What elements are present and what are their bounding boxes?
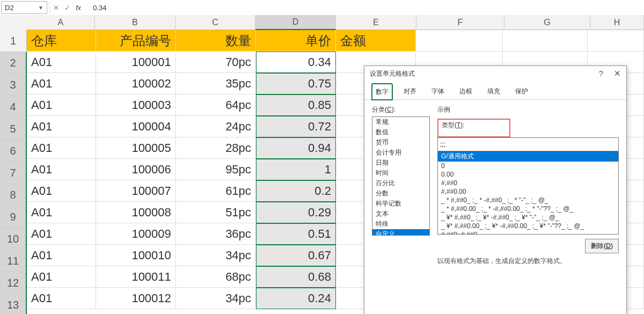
cell[interactable]: A01 (27, 116, 96, 137)
col-header-E[interactable]: E (336, 15, 416, 30)
category-item[interactable]: 分数 (372, 188, 429, 199)
row-header[interactable]: 7 (0, 162, 27, 184)
row-header[interactable]: 10 (0, 228, 27, 250)
cell[interactable]: A01 (27, 180, 96, 202)
col-header-D[interactable]: D (255, 15, 336, 30)
category-item[interactable]: 数值 (372, 127, 429, 137)
dialog-tab[interactable]: 字体 (428, 83, 448, 99)
name-box[interactable]: D2 ▼ (1, 1, 47, 14)
cell[interactable]: 100012 (96, 288, 176, 309)
cell[interactable]: 70pc (176, 52, 256, 73)
category-item[interactable]: 日期 (372, 158, 429, 168)
row-header[interactable]: 6 (0, 140, 27, 162)
cell[interactable]: 100006 (96, 159, 176, 180)
row-header[interactable]: 9 (0, 206, 27, 228)
cell[interactable]: 金额 (336, 30, 416, 52)
cell[interactable]: 35pc (176, 73, 256, 94)
fx-icon[interactable]: fx (76, 4, 81, 12)
row-header[interactable]: 3 (0, 74, 27, 96)
cell[interactable]: 0.68 (256, 266, 336, 288)
row-header[interactable]: 13 (0, 294, 27, 314)
cell[interactable]: A01 (27, 202, 96, 223)
cell[interactable]: 24pc (176, 116, 256, 137)
delete-button[interactable]: 删除(D) (585, 239, 619, 253)
col-header-C[interactable]: C (175, 15, 256, 30)
col-header-H[interactable]: H (590, 15, 644, 30)
row-header[interactable]: 11 (0, 250, 27, 272)
row-header[interactable]: 12 (0, 272, 27, 294)
cell[interactable]: 0.2 (256, 180, 336, 202)
cell[interactable]: 100004 (96, 116, 176, 137)
cell[interactable]: 0.94 (256, 137, 336, 159)
cell[interactable]: 0.72 (256, 116, 336, 137)
row-header[interactable]: 1 (0, 30, 27, 52)
cell[interactable]: 0.34 (256, 52, 336, 73)
chevron-down-icon[interactable]: ▼ (38, 5, 43, 11)
dialog-tab[interactable]: 保护 (511, 83, 532, 99)
dialog-tab[interactable]: 对齐 (400, 83, 420, 99)
format-item[interactable]: _ * #,##0_ ;_ * -#,##0_ ;_ * "-"_ ;_ @_ (438, 196, 618, 205)
cell[interactable]: A01 (27, 245, 96, 266)
select-all-corner[interactable] (0, 15, 27, 31)
format-item[interactable]: 0.00 (438, 170, 618, 179)
col-header-G[interactable]: G (504, 15, 590, 30)
category-item[interactable]: 科学记数 (372, 199, 429, 209)
cell[interactable]: 100005 (96, 137, 176, 159)
cell[interactable]: 68pc (176, 266, 256, 288)
format-item[interactable]: #,##0 (438, 179, 618, 187)
cell[interactable]: A01 (27, 52, 96, 73)
cell[interactable]: 34pc (176, 288, 256, 309)
cell[interactable]: 34pc (176, 245, 256, 266)
cell[interactable] (588, 30, 644, 52)
row-header[interactable]: 4 (0, 96, 27, 118)
cell[interactable]: 0.29 (256, 202, 336, 223)
category-item[interactable]: 货币 (372, 137, 429, 148)
format-item[interactable]: #,##0.00 (438, 187, 618, 196)
cell[interactable]: 28pc (176, 137, 256, 159)
cell[interactable]: 100003 (96, 94, 176, 116)
category-list[interactable]: 常规数值货币会计专用日期时间百分比分数科学记数文本特殊自定义 (372, 116, 430, 236)
cell[interactable]: 单价 (256, 30, 336, 52)
cell[interactable]: 1 (256, 159, 336, 180)
format-item[interactable]: _ ¥* #,##0_ ;_ ¥* -#,##0_ ;_ ¥* "-"_ ;_ … (438, 213, 618, 222)
category-item[interactable]: 自定义 (372, 229, 429, 236)
cell[interactable]: 100010 (96, 245, 176, 266)
cell[interactable]: 100002 (96, 73, 176, 94)
category-item[interactable]: 文本 (372, 209, 429, 219)
format-list[interactable]: G/通用格式00.00#,##0#,##0.00_ * #,##0_ ;_ * … (437, 151, 619, 235)
cancel-icon[interactable]: ✕ (53, 4, 59, 12)
cell[interactable]: 100008 (96, 202, 176, 223)
cell[interactable]: 100009 (96, 223, 176, 245)
format-item[interactable]: #,##0;-#,##0 (438, 230, 618, 235)
category-item[interactable]: 会计专用 (372, 148, 429, 158)
format-item[interactable]: G/通用格式 (438, 151, 618, 162)
dialog-titlebar[interactable]: 设置单元格格式 ? ✕ (364, 66, 626, 81)
cell[interactable]: 仓库 (27, 30, 96, 52)
category-item[interactable]: 时间 (372, 168, 429, 178)
cell[interactable]: A01 (27, 159, 96, 180)
cell[interactable]: 数量 (176, 30, 256, 52)
category-item[interactable]: 常规 (372, 117, 429, 127)
category-item[interactable]: 特殊 (372, 219, 429, 229)
cell[interactable]: A01 (27, 288, 96, 309)
cell[interactable]: A01 (27, 73, 96, 94)
category-item[interactable]: 百分比 (372, 178, 429, 188)
format-item[interactable]: _ ¥* #,##0.00_ ;_ ¥* -#,##0.00_ ;_ ¥* "-… (438, 222, 618, 230)
cell[interactable]: 51pc (176, 202, 256, 223)
row-header[interactable]: 5 (0, 118, 27, 140)
cell[interactable]: 产品编号 (96, 30, 176, 52)
type-input[interactable] (437, 137, 619, 151)
cell[interactable]: 36pc (176, 223, 256, 245)
confirm-icon[interactable]: ✓ (64, 4, 70, 12)
cell[interactable]: 100007 (96, 180, 176, 202)
cell[interactable]: A01 (27, 223, 96, 245)
format-item[interactable]: _ * #,##0.00_ ;_ * -#,##0.00_ ;_ * "-"??… (438, 205, 618, 213)
cell[interactable]: 64pc (176, 94, 256, 116)
cell[interactable]: 0.51 (256, 223, 336, 245)
help-icon[interactable]: ? (599, 69, 603, 78)
formula-value[interactable]: 0.34 (93, 4, 106, 12)
cell[interactable]: 0.67 (256, 245, 336, 266)
cell[interactable]: 0.24 (256, 288, 336, 309)
cell[interactable]: 100011 (96, 266, 176, 288)
dialog-tab[interactable]: 数字 (372, 84, 392, 100)
